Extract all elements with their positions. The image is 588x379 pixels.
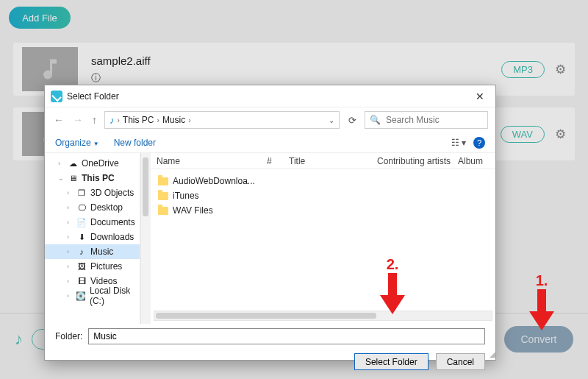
tree-item-pictures[interactable]: ›🖼Pictures [45,259,140,274]
tree-item-desktop[interactable]: ›🖵Desktop [45,200,140,215]
col-name: Name [151,156,261,166]
doc-icon: 📄 [76,217,87,227]
new-folder-button[interactable]: New folder [114,138,156,148]
tree-item-downloads[interactable]: ›⬇Downloads [45,230,140,244]
column-headers[interactable]: Name # Title Contributing artists Album [151,153,495,169]
select-folder-dialog: Select Folder ✕ ← → ↑ ♪ › This PC › Musi… [44,85,496,361]
col-title: Title [283,156,371,166]
folder-icon [158,207,168,215]
search-box[interactable]: 🔍 [365,111,488,129]
tree-item-this-pc[interactable]: ⌄🖥This PC [45,171,140,185]
resize-handle[interactable]: ◢ [490,350,494,358]
folder-label: Folder: [55,331,82,341]
chevron-down-icon[interactable]: ⌄ [329,116,334,124]
annotation-arrow-1: 1. [529,272,554,330]
tree-item-3d-objects[interactable]: ›❒3D Objects [45,185,140,200]
horizontal-scrollbar[interactable] [154,311,492,321]
tree-item-music[interactable]: ›♪Music [45,244,140,259]
close-icon[interactable]: ✕ [470,91,490,102]
up-arrow-icon[interactable]: ↑ [90,114,98,126]
col-artists: Contributing artists [371,156,452,166]
tree-item-documents[interactable]: ›📄Documents [45,215,140,230]
cloud-icon: ☁ [68,158,78,169]
refresh-icon[interactable]: ⟳ [345,115,359,126]
svg-marker-1 [380,273,405,314]
vid-icon: 🎞 [76,276,87,286]
search-input[interactable] [384,114,483,126]
music-note-icon: ♪ [110,115,115,126]
tree-item-onedrive[interactable]: ›☁OneDrive [45,156,140,171]
list-item[interactable]: iTunes [151,188,495,203]
tree-item-local-disk-c-[interactable]: ›💽Local Disk (C:) [45,288,140,303]
down-icon: ⬇ [76,232,87,242]
svg-marker-0 [529,289,554,330]
dialog-title: Select Folder [67,91,119,102]
music-icon: ♪ [76,247,87,257]
col-album: Album [452,156,489,166]
annotation-arrow-2: 2. [380,256,405,314]
select-folder-button[interactable]: Select Folder [354,353,429,370]
crumb-segment[interactable]: This PC [123,115,154,125]
folder-icon [158,192,168,200]
folder-icon [158,177,168,185]
list-item[interactable]: WAV Files [151,203,495,218]
pc-icon: 🖥 [68,173,78,183]
col-track: # [261,156,283,166]
desktop-icon: 🖵 [76,202,87,213]
pic-icon: 🖼 [76,261,87,272]
app-icon [51,91,62,102]
tree-scrollbar[interactable] [140,153,151,324]
cancel-button[interactable]: Cancel [436,353,485,370]
back-arrow-icon[interactable]: ← [52,114,65,126]
titlebar: Select Folder ✕ [45,85,495,107]
crumb-segment[interactable]: Music [162,115,185,125]
file-list: AudioWebDownloa...iTunesWAV Files [151,169,495,222]
view-options-icon[interactable]: ☷ ▾ [451,138,466,148]
organize-menu[interactable]: Organize▼ [55,138,99,148]
forward-arrow-icon: → [71,114,85,126]
list-item[interactable]: AudioWebDownloa... [151,174,495,188]
cube-icon: ❒ [76,188,87,198]
folder-name-input[interactable] [88,328,485,344]
search-icon: 🔍 [370,115,381,125]
breadcrumb[interactable]: ♪ › This PC › Music › ⌄ [104,111,340,129]
help-icon[interactable]: ? [473,137,485,149]
nav-tree: ›☁OneDrive⌄🖥This PC›❒3D Objects›🖵Desktop… [45,153,140,324]
disk-icon: 💽 [76,291,86,301]
